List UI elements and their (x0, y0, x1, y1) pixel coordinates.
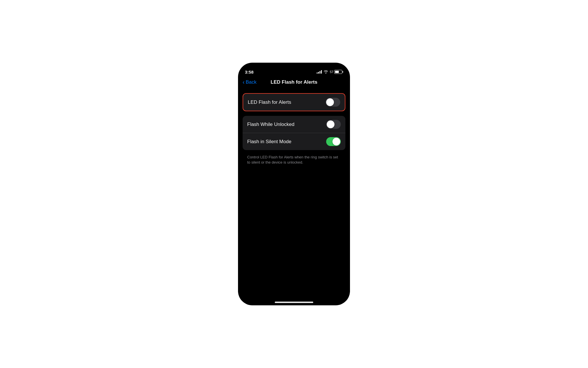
led-flash-row[interactable]: LED Flash for Alerts (243, 94, 345, 111)
signal-icon (317, 70, 322, 74)
sub-settings-group: Flash While Unlocked Flash in Silent Mod… (243, 116, 345, 150)
status-icons: 57 (317, 70, 343, 74)
led-flash-toggle[interactable] (326, 98, 340, 107)
flash-silent-mode-toggle-knob (332, 138, 340, 145)
flash-while-unlocked-label: Flash While Unlocked (247, 122, 294, 127)
led-flash-toggle-knob (326, 98, 334, 106)
phone-frame: 3:58 57 (238, 63, 350, 305)
nav-bar: ‹ Back LED Flash for Alerts (238, 77, 350, 89)
flash-silent-mode-row[interactable]: Flash in Silent Mode (243, 133, 345, 150)
back-label: Back (246, 79, 257, 85)
led-flash-label: LED Flash for Alerts (248, 99, 291, 105)
flash-while-unlocked-toggle[interactable] (326, 120, 341, 129)
content: LED Flash for Alerts Flash While Unlocke… (238, 89, 350, 305)
wifi-icon (324, 70, 328, 74)
status-time: 3:58 (245, 70, 254, 74)
flash-silent-mode-toggle[interactable] (326, 137, 341, 146)
battery-icon: 57 (330, 70, 343, 74)
home-indicator (275, 302, 313, 303)
battery-percent: 57 (330, 70, 333, 74)
nav-title: LED Flash for Alerts (271, 79, 318, 85)
flash-while-unlocked-toggle-knob (327, 120, 334, 128)
footer-text: Control LED Flash for Alerts when the ri… (243, 152, 345, 165)
status-bar: 3:58 57 (238, 63, 350, 77)
flash-silent-mode-label: Flash in Silent Mode (247, 139, 291, 145)
back-button[interactable]: ‹ Back (243, 79, 256, 85)
back-chevron-icon: ‹ (243, 79, 245, 85)
led-flash-row-highlighted: LED Flash for Alerts (243, 93, 345, 111)
flash-while-unlocked-row[interactable]: Flash While Unlocked (243, 116, 345, 133)
